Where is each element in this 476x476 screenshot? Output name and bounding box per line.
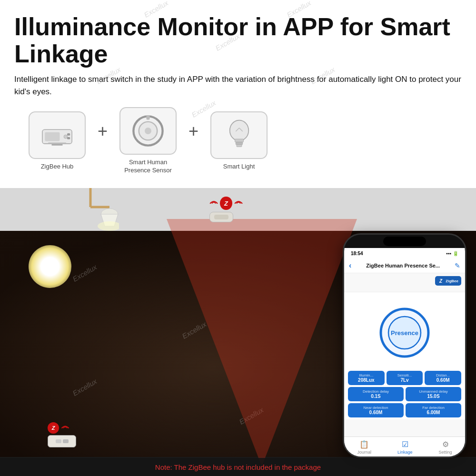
stat-sensiti: Sensiti... 7Lv bbox=[387, 371, 423, 385]
svg-rect-1 bbox=[45, 132, 60, 141]
phone-dynamic-island bbox=[383, 237, 426, 246]
svg-rect-10 bbox=[147, 116, 150, 120]
svg-point-21 bbox=[98, 221, 119, 231]
stat-distan-value: 0.60M bbox=[426, 377, 459, 383]
zigbee-z-icon: Z bbox=[438, 278, 445, 284]
stats-row-1: Illumin... 208Lux Sensiti... 7Lv Distan.… bbox=[344, 371, 465, 385]
stat-near-detect-value: 0.60M bbox=[352, 410, 400, 415]
back-button[interactable]: ‹ bbox=[349, 261, 351, 270]
svg-text:Presence: Presence bbox=[391, 329, 418, 337]
phone-status-right: ▪▪▪ 🔋 bbox=[446, 251, 458, 256]
tab-linkage-label: Linkage bbox=[397, 450, 413, 455]
hub-icon bbox=[40, 123, 74, 147]
svg-rect-5 bbox=[67, 133, 70, 136]
page-subtitle: Intelligent linkage to smart switch in t… bbox=[14, 73, 462, 98]
svg-text:Z: Z bbox=[439, 278, 443, 284]
stat-detect-delay-label: Detection delay bbox=[352, 389, 400, 394]
phone-time: 18:54 bbox=[351, 251, 363, 256]
note-text: Note: The ZigBee hub is not included in … bbox=[155, 463, 321, 471]
stat-far-detect-label: Far detection bbox=[409, 406, 457, 410]
stat-sensiti-value: 7Lv bbox=[388, 377, 421, 383]
stat-unmanned-delay-value: 15.0S bbox=[409, 394, 457, 399]
page-title: Illuminance Monitor in APP for Smart Lin… bbox=[14, 13, 462, 68]
setting-icon: ⚙ bbox=[442, 440, 449, 449]
room-z-logo: Z bbox=[48, 422, 59, 434]
svg-rect-14 bbox=[235, 139, 243, 142]
stat-unmanned-delay-label: Unmanned delay bbox=[409, 389, 457, 394]
zigbee-badge-label: ZigBee bbox=[446, 279, 458, 283]
device-box-sensor bbox=[119, 107, 177, 155]
wifi-icon: ▪▪▪ bbox=[446, 251, 451, 256]
tab-setting[interactable]: ⚙ Setting bbox=[438, 440, 452, 455]
hub-label: ZigBee Hub bbox=[41, 163, 74, 171]
stat-near-detect-label: Near detection bbox=[352, 406, 400, 410]
tab-setting-label: Setting bbox=[438, 450, 452, 455]
phone-status-bar: 18:54 ▪▪▪ 🔋 bbox=[344, 248, 465, 258]
phone-notch bbox=[344, 235, 465, 248]
stat-unmanned-delay: Unmanned delay 15.0S bbox=[406, 387, 461, 401]
svg-point-9 bbox=[145, 128, 151, 134]
journal-icon: 📋 bbox=[359, 440, 369, 449]
signal-waves-right bbox=[234, 197, 243, 210]
stat-illumin: Illumin... 208Lux bbox=[348, 371, 385, 385]
light-cone bbox=[167, 219, 357, 466]
tab-linkage[interactable]: ☑ Linkage bbox=[397, 440, 413, 455]
stat-sensiti-label: Sensiti... bbox=[388, 373, 421, 377]
svg-rect-15 bbox=[236, 142, 242, 144]
bottom-note: Note: The ZigBee hub is not included in … bbox=[0, 458, 476, 476]
bulb-icon bbox=[226, 119, 252, 152]
tab-journal[interactable]: 📋 Journal bbox=[357, 440, 371, 455]
device-zigbee-hub: ZigBee Hub bbox=[19, 111, 95, 171]
device-row: ZigBee Hub + Smart bbox=[19, 107, 462, 175]
device-sensor: Smart HumanPresence Sensor bbox=[110, 107, 186, 175]
stat-detect-delay-value: 0.1S bbox=[352, 394, 400, 399]
device-light: Smart Light bbox=[201, 111, 277, 171]
signal-waves-left bbox=[209, 197, 218, 210]
room-hub: Z bbox=[48, 422, 76, 447]
sensor-label: Smart HumanPresence Sensor bbox=[124, 159, 172, 175]
device-box-light bbox=[210, 111, 268, 159]
stats-row-3: Near detection 0.60M Far detection 6.00M bbox=[344, 403, 465, 417]
svg-point-11 bbox=[229, 120, 248, 140]
svg-rect-4 bbox=[51, 144, 62, 145]
svg-rect-16 bbox=[237, 145, 242, 147]
device-box-hub bbox=[29, 111, 86, 159]
top-section: Excellux Excellux Excellux Excellux Exce… bbox=[0, 0, 476, 188]
stat-distan: Distan... 0.60M bbox=[425, 371, 461, 385]
tab-journal-label: Journal bbox=[357, 450, 371, 455]
battery-icon: 🔋 bbox=[453, 251, 458, 256]
bottom-section: Z Excellux Excellux Excellux Excel bbox=[0, 188, 476, 476]
page-wrapper: Excellux Excellux Excellux Excellux Exce… bbox=[0, 0, 476, 476]
presence-svg: Presence bbox=[371, 299, 438, 366]
stat-far-detect-value: 6.00M bbox=[409, 410, 457, 415]
z-logo: Z bbox=[220, 197, 232, 210]
phone-body: Z ZigBee bbox=[344, 273, 465, 456]
stat-distan-label: Distan... bbox=[426, 373, 459, 377]
room-signal-waves bbox=[61, 423, 69, 433]
plus-2: + bbox=[188, 121, 198, 160]
phone-header: ‹ ZigBee Human Presence Se... ✎ bbox=[344, 258, 465, 273]
stat-detect-delay: Detection delay 0.1S bbox=[348, 387, 404, 401]
stat-illumin-label: Illumin... bbox=[350, 373, 383, 377]
plus-1: + bbox=[98, 121, 108, 160]
phone-tabs: 📋 Journal ☑ Linkage ⚙ Setting bbox=[344, 436, 465, 456]
presence-area: Presence bbox=[344, 292, 465, 371]
stat-near-detect: Near detection 0.60M bbox=[348, 403, 404, 417]
phone-mockup: 18:54 ▪▪▪ 🔋 ‹ ZigBee Human Presence Se..… bbox=[343, 233, 466, 458]
stats-row-2: Detection delay 0.1S Unmanned delay 15.0… bbox=[344, 387, 465, 401]
linkage-icon: ☑ bbox=[402, 440, 408, 449]
svg-rect-6 bbox=[67, 137, 70, 139]
phone-title: ZigBee Human Presence Se... bbox=[366, 263, 440, 268]
sensor-icon bbox=[131, 114, 165, 148]
stat-far-detect: Far detection 6.00M bbox=[406, 403, 461, 417]
zigbee-area: Z ZigBee bbox=[344, 273, 465, 292]
svg-point-2 bbox=[64, 135, 68, 139]
zigbee-badge: Z ZigBee bbox=[435, 276, 461, 286]
svg-rect-3 bbox=[48, 142, 67, 144]
stat-illumin-value: 208Lux bbox=[350, 377, 383, 383]
lamp-light bbox=[29, 245, 71, 288]
light-label: Smart Light bbox=[223, 163, 255, 171]
ceiling-sensor-icon: Z bbox=[209, 197, 243, 220]
edit-button[interactable]: ✎ bbox=[455, 262, 460, 269]
